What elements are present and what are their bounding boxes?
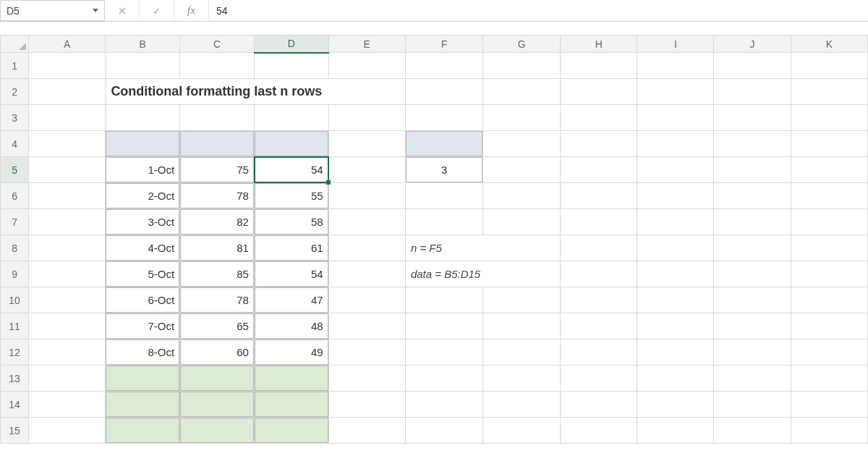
- cell[interactable]: [483, 157, 561, 183]
- cell[interactable]: [637, 209, 714, 235]
- cell[interactable]: [483, 366, 561, 392]
- cell[interactable]: 8-Oct: [106, 339, 180, 366]
- cell[interactable]: [561, 209, 637, 235]
- cell[interactable]: [637, 235, 714, 261]
- cell[interactable]: 55: [254, 183, 328, 209]
- cell[interactable]: [405, 79, 482, 105]
- cell[interactable]: [328, 157, 405, 183]
- cell[interactable]: 72: [180, 418, 255, 444]
- cell[interactable]: [328, 366, 405, 392]
- cell[interactable]: 65: [180, 313, 255, 339]
- cell[interactable]: [561, 183, 637, 209]
- cell[interactable]: [791, 53, 867, 79]
- cell[interactable]: [561, 105, 637, 131]
- cell[interactable]: [791, 79, 867, 105]
- cell[interactable]: [29, 157, 106, 183]
- row-header-11[interactable]: 11: [1, 313, 29, 339]
- cell[interactable]: [791, 131, 867, 157]
- cell[interactable]: 50: [254, 418, 328, 444]
- cell[interactable]: [637, 418, 714, 444]
- cell[interactable]: [254, 53, 328, 79]
- cell[interactable]: 7-Oct: [106, 313, 180, 339]
- cell[interactable]: [791, 366, 867, 392]
- cell[interactable]: [29, 392, 106, 418]
- cell[interactable]: 45: [254, 366, 328, 392]
- cell[interactable]: [637, 313, 714, 339]
- cell[interactable]: [791, 183, 867, 209]
- cell[interactable]: [328, 261, 405, 287]
- col-header-I[interactable]: I: [637, 35, 714, 53]
- cell[interactable]: [405, 313, 482, 339]
- cell[interactable]: [29, 261, 106, 287]
- cell[interactable]: [29, 105, 106, 131]
- cell[interactable]: [29, 79, 106, 105]
- cell[interactable]: 1-Oct: [106, 157, 180, 183]
- cell[interactable]: [791, 313, 867, 339]
- cell[interactable]: [561, 79, 637, 105]
- cell[interactable]: [328, 131, 405, 157]
- cell[interactable]: 3-Oct: [106, 209, 180, 235]
- row-header-1[interactable]: 1: [1, 53, 29, 79]
- note-line[interactable]: n = F5: [405, 235, 560, 261]
- cell[interactable]: [328, 105, 405, 131]
- cell[interactable]: [29, 339, 106, 366]
- cell[interactable]: [714, 313, 791, 339]
- cell[interactable]: [637, 131, 714, 157]
- cell[interactable]: [714, 157, 791, 183]
- cell[interactable]: [637, 392, 714, 418]
- cell[interactable]: [483, 287, 561, 313]
- row-header-14[interactable]: 14: [1, 392, 29, 418]
- cell[interactable]: [483, 209, 561, 235]
- cell[interactable]: [637, 261, 714, 287]
- select-all-corner[interactable]: [1, 35, 29, 53]
- cell[interactable]: [106, 53, 180, 79]
- insert-function-button[interactable]: fx: [174, 0, 209, 21]
- cell[interactable]: [637, 157, 714, 183]
- cell[interactable]: 42: [254, 392, 328, 418]
- row-header-6[interactable]: 6: [1, 183, 29, 209]
- cell[interactable]: [29, 53, 106, 79]
- cell[interactable]: [791, 339, 867, 366]
- cell[interactable]: [180, 53, 255, 79]
- cell[interactable]: [637, 366, 714, 392]
- cell[interactable]: 85: [180, 261, 255, 287]
- cell[interactable]: [561, 287, 637, 313]
- cell[interactable]: [714, 261, 791, 287]
- cell[interactable]: [405, 287, 482, 313]
- col-header-E[interactable]: E: [328, 35, 405, 53]
- cell[interactable]: 54: [254, 261, 328, 287]
- row-header-7[interactable]: 7: [1, 209, 29, 235]
- col-header-D[interactable]: D: [254, 35, 328, 53]
- row-header-5[interactable]: 5: [1, 157, 29, 183]
- row-header-12[interactable]: 12: [1, 339, 29, 366]
- cell[interactable]: [483, 392, 561, 418]
- row-header-8[interactable]: 8: [1, 235, 29, 261]
- cell[interactable]: [561, 261, 637, 287]
- cell[interactable]: [637, 287, 714, 313]
- cell[interactable]: [483, 183, 561, 209]
- row-header-13[interactable]: 13: [1, 366, 29, 392]
- cell[interactable]: [791, 392, 867, 418]
- cell[interactable]: [405, 418, 482, 444]
- cell[interactable]: [791, 261, 867, 287]
- col-header-G[interactable]: G: [483, 35, 561, 53]
- cell[interactable]: 82: [180, 209, 255, 235]
- cell[interactable]: [483, 313, 561, 339]
- cell[interactable]: 78: [180, 183, 255, 209]
- cell[interactable]: [483, 105, 561, 131]
- cell[interactable]: 81: [180, 235, 255, 261]
- cell[interactable]: [791, 105, 867, 131]
- col-header-F[interactable]: F: [405, 35, 482, 53]
- cell[interactable]: [791, 157, 867, 183]
- col-header-B[interactable]: B: [106, 35, 180, 53]
- cell[interactable]: [714, 366, 791, 392]
- cell[interactable]: [106, 105, 180, 131]
- table-header-low[interactable]: Low: [254, 131, 328, 157]
- cell[interactable]: 60: [180, 339, 255, 366]
- cell[interactable]: 6-Oct: [106, 287, 180, 313]
- cell[interactable]: [328, 209, 405, 235]
- cell[interactable]: [29, 183, 106, 209]
- cell[interactable]: [714, 105, 791, 131]
- cell[interactable]: [637, 53, 714, 79]
- cell[interactable]: 54: [180, 392, 255, 418]
